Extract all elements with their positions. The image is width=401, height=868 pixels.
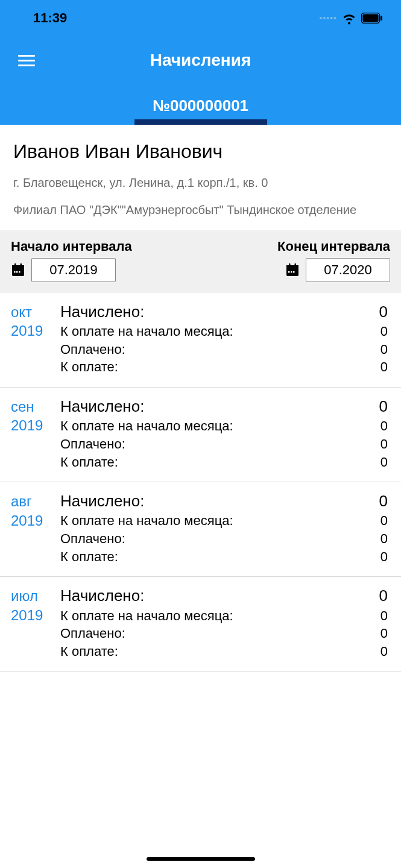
svg-rect-14 xyxy=(293,271,295,273)
row-date: сен2019 xyxy=(11,396,60,471)
svg-rect-9 xyxy=(21,263,22,266)
label-accrued: Начислено: xyxy=(60,585,379,606)
label-accrued: Начислено: xyxy=(60,396,379,417)
value-paid: 0 xyxy=(379,435,388,453)
value-paid: 0 xyxy=(379,530,388,548)
interval-bar: Начало интервала 07.2019 Конец интервала… xyxy=(0,230,401,293)
label-due: К оплате: xyxy=(60,548,379,566)
signal-dots-icon: ••••• xyxy=(319,13,337,23)
calendar-icon xyxy=(285,263,300,277)
accrual-row[interactable]: авг2019Начислено:К оплате на начало меся… xyxy=(0,482,401,577)
page-title: Начисления xyxy=(0,51,401,70)
value-due-start: 0 xyxy=(379,607,388,625)
label-due: К оплате: xyxy=(60,453,379,471)
value-due-start: 0 xyxy=(379,512,388,530)
hamburger-icon xyxy=(18,55,35,57)
home-indicator xyxy=(147,857,255,861)
battery-icon xyxy=(361,13,383,24)
interval-end-field[interactable]: 07.2020 xyxy=(306,258,390,282)
svg-rect-4 xyxy=(12,265,24,269)
wifi-icon xyxy=(342,11,356,25)
value-due-start: 0 xyxy=(379,417,388,435)
customer-name: Иванов Иван Иванович xyxy=(13,140,388,163)
calendar-icon xyxy=(11,263,25,277)
value-accrued: 0 xyxy=(379,301,388,322)
value-due: 0 xyxy=(379,548,388,566)
tab-indicator xyxy=(134,119,267,125)
interval-start-field[interactable]: 07.2019 xyxy=(31,258,116,282)
label-due-start: К оплате на начало месяца: xyxy=(60,322,379,341)
status-time: 11:39 xyxy=(33,10,67,26)
svg-rect-5 xyxy=(14,271,16,273)
label-due-start: К оплате на начало месяца: xyxy=(60,417,379,435)
value-paid: 0 xyxy=(379,624,388,643)
accrual-row[interactable]: июл2019Начислено:К оплате на начало меся… xyxy=(0,577,401,671)
value-due-start: 0 xyxy=(379,322,388,341)
accrual-list: окт2019Начислено:К оплате на начало меся… xyxy=(0,293,401,672)
svg-rect-16 xyxy=(295,263,297,266)
value-accrued: 0 xyxy=(379,585,388,606)
label-paid: Оплачено: xyxy=(60,624,379,643)
interval-start-label: Начало интервала xyxy=(11,239,132,254)
customer-branch: Филиал ПАО "ДЭК""Амурэнергосбыт" Тындинс… xyxy=(13,203,388,217)
label-due: К оплате: xyxy=(60,643,379,661)
accrual-row[interactable]: сен2019Начислено:К оплате на начало меся… xyxy=(0,388,401,482)
svg-rect-6 xyxy=(16,271,18,273)
app-header: Начисления №000000001 xyxy=(0,36,401,125)
value-due: 0 xyxy=(379,453,388,471)
svg-rect-15 xyxy=(289,263,291,266)
row-date: авг2019 xyxy=(11,491,60,565)
value-due: 0 xyxy=(379,358,388,376)
svg-rect-13 xyxy=(291,271,292,273)
row-date: июл2019 xyxy=(11,585,60,660)
value-due: 0 xyxy=(379,643,388,661)
svg-rect-12 xyxy=(288,271,290,273)
svg-rect-2 xyxy=(380,16,382,20)
svg-rect-7 xyxy=(19,271,21,273)
interval-end-label: Конец интервала xyxy=(277,239,390,254)
interval-start-group: Начало интервала 07.2019 xyxy=(11,239,132,282)
status-bar: 11:39 ••••• xyxy=(0,0,401,36)
customer-address: г. Благовещенск, ул. Ленина, д.1 корп./1… xyxy=(13,176,388,190)
account-number: №000000001 xyxy=(153,96,248,115)
row-date: окт2019 xyxy=(11,301,60,376)
label-paid: Оплачено: xyxy=(60,530,379,548)
account-tab[interactable]: №000000001 xyxy=(0,84,401,125)
label-paid: Оплачено: xyxy=(60,435,379,453)
label-due-start: К оплате на начало месяца: xyxy=(60,607,379,625)
value-paid: 0 xyxy=(379,341,388,359)
label-due: К оплате: xyxy=(60,358,379,376)
accrual-row[interactable]: окт2019Начислено:К оплате на начало меся… xyxy=(0,293,401,388)
customer-block: Иванов Иван Иванович г. Благовещенск, ул… xyxy=(0,125,401,230)
label-due-start: К оплате на начало месяца: xyxy=(60,512,379,530)
label-paid: Оплачено: xyxy=(60,341,379,359)
value-accrued: 0 xyxy=(379,491,388,512)
interval-end-group: Конец интервала 07.2020 xyxy=(277,239,390,282)
value-accrued: 0 xyxy=(379,396,388,417)
menu-button[interactable] xyxy=(13,50,40,71)
label-accrued: Начислено: xyxy=(60,491,379,512)
status-icons: ••••• xyxy=(319,11,383,25)
svg-rect-11 xyxy=(286,265,298,269)
label-accrued: Начислено: xyxy=(60,301,379,322)
svg-rect-8 xyxy=(14,263,16,266)
svg-rect-1 xyxy=(363,14,379,22)
